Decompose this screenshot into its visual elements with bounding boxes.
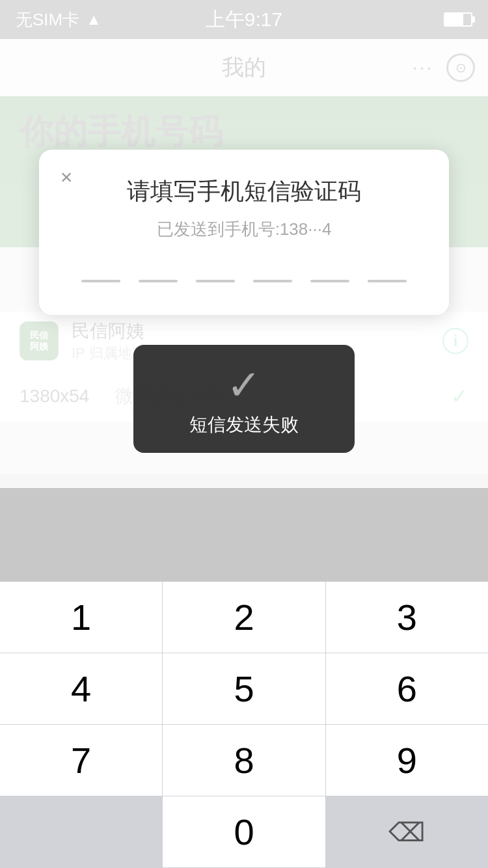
numpad-key-0[interactable]: 0 — [163, 796, 325, 868]
numpad-key-4[interactable]: 4 — [0, 653, 163, 725]
otp-dash-4 — [253, 280, 292, 282]
numpad-key-3[interactable]: 3 — [326, 582, 488, 653]
otp-dash-2 — [139, 280, 178, 282]
numpad-key-5[interactable]: 5 — [163, 653, 325, 725]
numpad-row-2: 4 5 6 — [0, 653, 488, 725]
modal-title: 请填写手机短信验证码 — [72, 176, 416, 208]
numpad-key-9[interactable]: 9 — [326, 725, 488, 796]
modal-close-button[interactable]: × — [52, 163, 81, 191]
numpad-key-2[interactable]: 2 — [163, 582, 325, 653]
numpad-key-6[interactable]: 6 — [326, 653, 488, 725]
otp-dash-6 — [368, 280, 407, 282]
otp-dash-1 — [81, 280, 120, 282]
numpad-key-1[interactable]: 1 — [0, 582, 163, 653]
otp-input-row — [72, 267, 416, 282]
numpad-key-8[interactable]: 8 — [163, 725, 325, 796]
sms-verification-modal: × 请填写手机短信验证码 已发送到手机号:138···4 — [39, 150, 449, 315]
numpad-key-7[interactable]: 7 — [0, 725, 163, 796]
numpad-row-1: 1 2 3 — [0, 582, 488, 653]
numpad-key-empty — [0, 796, 163, 868]
modal-subtitle: 已发送到手机号:138···4 — [72, 218, 416, 241]
numeric-keypad: 1 2 3 4 5 6 7 8 9 0 ⌫ — [0, 582, 488, 868]
delete-icon: ⌫ — [388, 817, 426, 847]
toast-notification: ✓ 短信发送失败 — [133, 345, 355, 453]
toast-message: 短信发送失败 — [189, 413, 299, 437]
toast-check-icon: ✓ — [226, 364, 262, 406]
numpad-row-3: 7 8 9 — [0, 725, 488, 796]
numpad-row-4: 0 ⌫ — [0, 796, 488, 868]
numpad-delete-key[interactable]: ⌫ — [326, 796, 488, 868]
otp-dash-3 — [196, 280, 235, 282]
otp-dash-5 — [310, 280, 349, 282]
